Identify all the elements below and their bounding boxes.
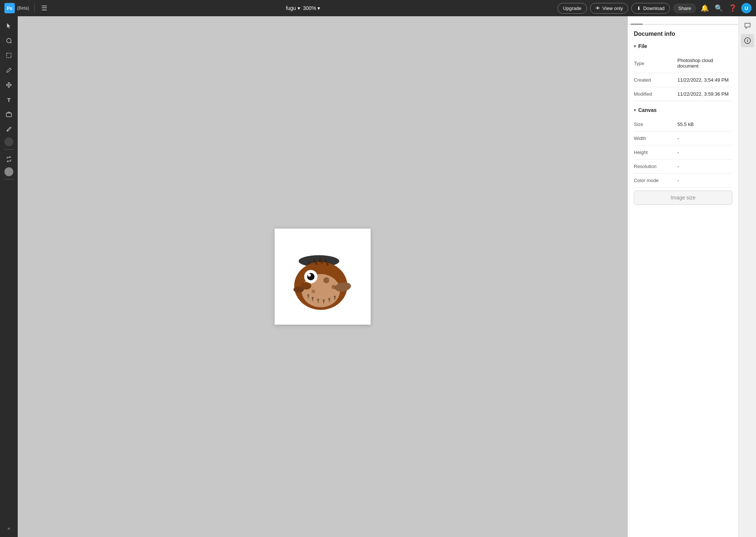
resolution-value: - — [677, 164, 679, 169]
help-button[interactable]: ❓ — [727, 3, 738, 14]
height-row: Height - — [634, 146, 732, 160]
modified-label: Modified — [634, 91, 674, 97]
file-name-button[interactable]: fugu ▾ — [286, 5, 300, 11]
notifications-button[interactable]: 🔔 — [699, 3, 710, 14]
file-name-label: fugu — [286, 5, 296, 11]
canvas-section: ▾ Canvas Size 55.5 kB Width - Height - R… — [634, 107, 732, 205]
toolbar-separator-2 — [4, 179, 14, 179]
svg-point-17 — [301, 282, 311, 290]
main-area: T « — [0, 16, 756, 537]
lasso-tool[interactable] — [2, 34, 16, 47]
canvas-section-header[interactable]: ▾ Canvas — [634, 107, 732, 113]
created-label: Created — [634, 77, 674, 83]
app-logo: Ps (Beta) — [4, 3, 29, 13]
svg-point-4 — [7, 130, 8, 131]
zoom-button[interactable]: 300% ▾ — [303, 5, 320, 11]
foreground-color[interactable] — [4, 137, 13, 146]
transform-tool[interactable] — [2, 49, 16, 62]
svg-line-1 — [10, 42, 11, 43]
toolbar-separator — [4, 149, 14, 150]
far-right-panel: i — [738, 16, 756, 537]
document-info-panel: Document info ▾ File Type Photoshop clou… — [628, 25, 738, 216]
modified-row: Modified 11/22/2022, 3:59:36 PM — [634, 87, 732, 101]
file-section-header[interactable]: ▾ File — [634, 43, 732, 49]
panel-tabs — [628, 16, 738, 25]
size-value: 55.5 kB — [677, 122, 694, 127]
doc-info-title: Document info — [634, 31, 732, 37]
right-panel: Document info ▾ File Type Photoshop clou… — [628, 16, 738, 537]
tab-document-info[interactable] — [631, 16, 643, 25]
svg-point-28 — [331, 285, 336, 289]
color-mode-row: Color mode - — [634, 174, 732, 188]
color-mode-label: Color mode — [634, 178, 674, 183]
resolution-row: Resolution - — [634, 160, 732, 174]
comments-button[interactable] — [741, 19, 754, 33]
file-section: ▾ File Type Photoshop cloud document Cre… — [634, 43, 732, 101]
background-color[interactable] — [4, 167, 13, 176]
chevron-down-icon: ▾ — [317, 5, 320, 11]
eye-icon: 👁 — [595, 6, 600, 11]
fugu-illustration — [278, 232, 367, 321]
svg-point-16 — [308, 274, 311, 277]
canvas-area — [18, 16, 628, 537]
created-row: Created 11/22/2022, 3:54:49 PM — [634, 73, 732, 87]
modified-value: 11/22/2022, 3:59:36 PM — [677, 91, 729, 97]
view-only-label: View only — [602, 6, 623, 11]
swap-tool[interactable] — [2, 153, 16, 166]
zoom-level: 300% — [303, 5, 316, 11]
width-value: - — [677, 136, 679, 141]
avatar[interactable]: U — [741, 3, 752, 13]
share-button[interactable]: Share — [673, 3, 696, 13]
svg-point-29 — [312, 290, 315, 293]
width-row: Width - — [634, 131, 732, 146]
size-row: Size 55.5 kB — [634, 117, 732, 131]
chevron-down-icon: ▾ — [634, 108, 636, 113]
download-icon: ⬇ — [637, 6, 641, 11]
resolution-label: Resolution — [634, 164, 674, 169]
topbar-right: Upgrade 👁 View only ⬇ Download Share 🔔 🔍… — [557, 3, 752, 14]
search-button[interactable]: 🔍 — [713, 3, 724, 14]
chevron-down-icon: ▾ — [298, 5, 300, 11]
chevron-down-icon: ▾ — [634, 44, 636, 49]
menu-button[interactable]: ☰ — [40, 3, 49, 14]
topbar-center: fugu ▾ 300% ▾ — [286, 5, 320, 11]
type-value: Photoshop cloud document — [677, 58, 732, 69]
beta-label: (Beta) — [17, 6, 29, 11]
svg-point-27 — [323, 277, 329, 283]
size-label: Size — [634, 122, 674, 127]
type-row: Type Photoshop cloud document — [634, 54, 732, 73]
type-label: Type — [634, 61, 674, 66]
svg-point-15 — [307, 273, 315, 280]
svg-text:i: i — [747, 38, 748, 43]
created-value: 11/22/2022, 3:54:49 PM — [677, 77, 729, 83]
file-section-label: File — [638, 43, 647, 49]
canvas-section-label: Canvas — [638, 107, 657, 113]
select-tool[interactable] — [2, 19, 16, 33]
width-label: Width — [634, 136, 674, 141]
shape-tool[interactable] — [2, 108, 16, 121]
brush-tool[interactable] — [2, 64, 16, 77]
text-tool[interactable]: T — [2, 93, 16, 106]
left-toolbar: T « — [0, 16, 18, 537]
color-mode-value: - — [677, 178, 679, 183]
eyedropper-tool[interactable] — [2, 123, 16, 136]
upgrade-button[interactable]: Upgrade — [557, 3, 587, 14]
canvas-image — [275, 229, 371, 325]
ps-icon: Ps — [4, 3, 15, 13]
download-button[interactable]: ⬇ Download — [631, 3, 670, 14]
view-only-button[interactable]: 👁 View only — [590, 3, 628, 14]
svg-rect-3 — [6, 113, 11, 117]
move-tool[interactable] — [2, 78, 16, 92]
collapse-toolbar[interactable]: « — [4, 523, 13, 534]
info-button[interactable]: i — [741, 34, 754, 47]
image-size-button[interactable]: Image size — [634, 191, 732, 205]
divider — [34, 4, 35, 13]
svg-rect-2 — [7, 53, 11, 58]
height-label: Height — [634, 150, 674, 155]
height-value: - — [677, 150, 679, 155]
topbar: Ps (Beta) ☰ fugu ▾ 300% ▾ Upgrade 👁 View… — [0, 0, 756, 16]
download-label: Download — [643, 6, 664, 11]
